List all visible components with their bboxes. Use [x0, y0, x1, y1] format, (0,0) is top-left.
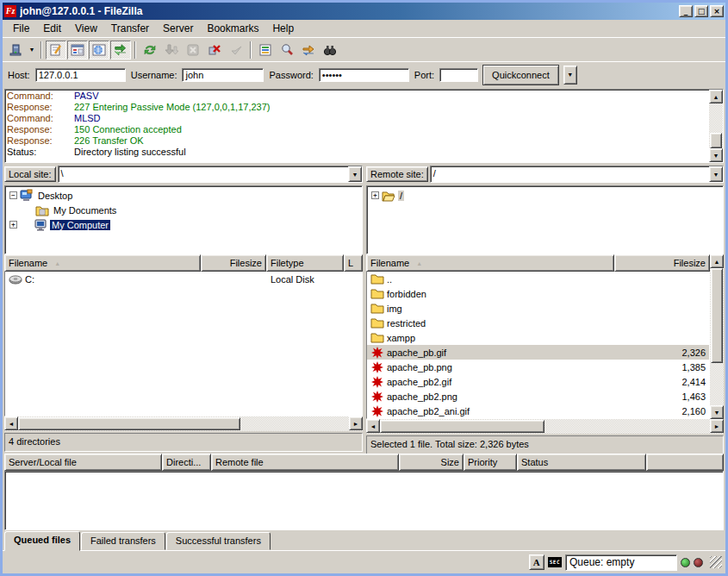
file-row-restricted[interactable]: restricted: [367, 316, 709, 330]
column-header-remote-file[interactable]: Remote file: [211, 454, 399, 471]
scrollbar-thumb[interactable]: [18, 417, 240, 430]
tree-item-my-documents[interactable]: My Documents: [5, 203, 362, 217]
local-path[interactable]: \: [59, 166, 348, 182]
file-row-parent[interactable]: ..: [367, 272, 709, 286]
disconnect-button[interactable]: [204, 41, 225, 59]
directory-comparison-button[interactable]: [277, 41, 297, 59]
scrollbar-thumb[interactable]: [380, 420, 544, 433]
scroll-up-button[interactable]: ▲: [709, 90, 723, 103]
column-header-status[interactable]: Status: [517, 454, 646, 471]
column-header-filesize[interactable]: Filesize: [614, 254, 710, 272]
site-manager-button[interactable]: [5, 41, 26, 59]
column-header-priority[interactable]: Priority: [464, 454, 517, 471]
close-button[interactable]: ×: [710, 5, 724, 17]
file-row-apache-pb-png[interactable]: apache_pb.png 1,385: [367, 360, 709, 374]
column-header-filesize[interactable]: Filesize: [201, 254, 266, 272]
toggle-local-tree-button[interactable]: [67, 41, 88, 59]
expand-icon[interactable]: +: [9, 221, 17, 229]
port-input[interactable]: [439, 68, 478, 82]
column-header-filetype[interactable]: Filetype: [266, 254, 344, 272]
remote-path[interactable]: /: [431, 166, 709, 182]
tree-item-label[interactable]: /: [398, 191, 404, 201]
tree-item-label[interactable]: Desktop: [36, 191, 74, 201]
binoculars-icon: [323, 43, 337, 57]
column-header-lastmodified[interactable]: L: [344, 254, 363, 272]
quickconnect-dropdown[interactable]: ▼: [563, 66, 577, 85]
remote-horizontal-scrollbar[interactable]: ◄ ►: [366, 419, 724, 434]
menu-server[interactable]: Server: [156, 21, 200, 36]
log-line: Command:MLSD: [7, 113, 707, 124]
site-manager-dropdown[interactable]: ▼: [27, 41, 37, 59]
synchronized-browsing-button[interactable]: [298, 41, 319, 59]
file-row-apache-pb2-gif[interactable]: apache_pb2.gif 2,414: [367, 374, 709, 389]
expand-icon[interactable]: +: [371, 191, 379, 199]
scroll-left-button[interactable]: ◄: [366, 419, 380, 433]
quickconnect-button[interactable]: Quickconnect: [483, 66, 558, 85]
file-row-c-drive[interactable]: C: Local Disk: [5, 272, 362, 286]
column-header-direction[interactable]: Directi...: [162, 454, 211, 471]
minimize-button[interactable]: _: [679, 5, 693, 17]
remote-site-dropdown[interactable]: ▼: [709, 166, 723, 182]
column-header-filename[interactable]: Filename▲: [4, 254, 201, 272]
file-size: 2,326: [681, 347, 706, 358]
image-file-icon: [370, 360, 384, 374]
reconnect-button[interactable]: [226, 41, 246, 59]
menu-help[interactable]: Help: [265, 21, 301, 36]
transfer-type-indicator[interactable]: A: [529, 554, 544, 570]
tree-item-root[interactable]: + /: [367, 188, 723, 203]
process-queue-icon: [165, 43, 178, 57]
local-site-combobox[interactable]: \ ▼: [58, 166, 363, 183]
process-queue-button[interactable]: [161, 41, 182, 59]
password-input[interactable]: [319, 68, 409, 82]
tree-item-my-computer[interactable]: + My Computer: [5, 217, 362, 232]
tree-item-label[interactable]: My Documents: [52, 205, 118, 216]
log-vertical-scrollbar[interactable]: ▲ ▼: [709, 90, 723, 162]
tree-item-desktop[interactable]: − Desktop: [5, 188, 362, 203]
tab-failed-transfers[interactable]: Failed transfers: [81, 532, 165, 550]
column-header-server-local-file[interactable]: Server/Local file: [4, 454, 162, 471]
local-horizontal-scrollbar[interactable]: ◄ ►: [4, 416, 363, 431]
file-row-xampp[interactable]: xampp: [367, 330, 709, 345]
tab-queued-files[interactable]: Queued files: [4, 531, 80, 551]
scroll-right-button[interactable]: ►: [710, 419, 724, 433]
column-label: Remote file: [215, 457, 264, 467]
file-row-apache-pb2-png[interactable]: apache_pb2.png 1,463: [367, 389, 709, 404]
column-header-filename[interactable]: Filename▲: [366, 254, 614, 272]
file-row-forbidden[interactable]: forbidden: [367, 286, 709, 301]
collapse-icon[interactable]: −: [9, 191, 17, 199]
file-row-img[interactable]: img: [367, 301, 709, 316]
toggle-message-log-button[interactable]: [46, 41, 66, 59]
remote-site-bar: Remote site: / ▼: [366, 165, 724, 185]
local-site-dropdown[interactable]: ▼: [348, 166, 362, 182]
scrollbar-thumb[interactable]: [711, 268, 723, 363]
menu-file[interactable]: File: [6, 21, 36, 36]
scroll-right-button[interactable]: ►: [349, 416, 363, 430]
filter-button[interactable]: [255, 41, 276, 59]
remote-site-combobox[interactable]: / ▼: [430, 166, 724, 183]
scrollbar-thumb[interactable]: [710, 133, 722, 148]
file-row-apache-pb2-ani-gif[interactable]: apache_pb2_ani.gif 2,160: [367, 404, 709, 418]
menu-edit[interactable]: Edit: [36, 21, 68, 36]
menu-transfer[interactable]: Transfer: [104, 21, 156, 36]
tree-item-label[interactable]: My Computer: [50, 220, 110, 230]
scroll-up-button[interactable]: ▲: [710, 254, 724, 268]
username-input[interactable]: [182, 68, 264, 82]
encryption-indicator[interactable]: SEC: [548, 557, 562, 567]
search-files-button[interactable]: [320, 41, 340, 59]
column-header-size[interactable]: Size: [399, 454, 464, 471]
toggle-transfer-queue-button[interactable]: [110, 41, 131, 59]
host-input[interactable]: [35, 68, 126, 82]
scroll-left-button[interactable]: ◄: [4, 416, 18, 430]
remote-vertical-scrollbar[interactable]: ▲ ▼: [710, 254, 724, 419]
toggle-remote-tree-button[interactable]: [89, 41, 109, 59]
menu-bookmarks[interactable]: Bookmarks: [200, 21, 265, 36]
file-row-apache-pb-gif[interactable]: apache_pb.gif 2,326: [367, 345, 709, 360]
cancel-operation-button[interactable]: [183, 41, 203, 59]
menu-view[interactable]: View: [68, 21, 104, 36]
tab-successful-transfers[interactable]: Successful transfers: [166, 532, 271, 550]
scroll-down-button[interactable]: ▼: [710, 405, 724, 419]
refresh-button[interactable]: [140, 41, 160, 59]
scroll-down-button[interactable]: ▼: [709, 148, 723, 162]
maximize-button[interactable]: □: [694, 5, 708, 17]
resize-grip[interactable]: [710, 556, 722, 568]
